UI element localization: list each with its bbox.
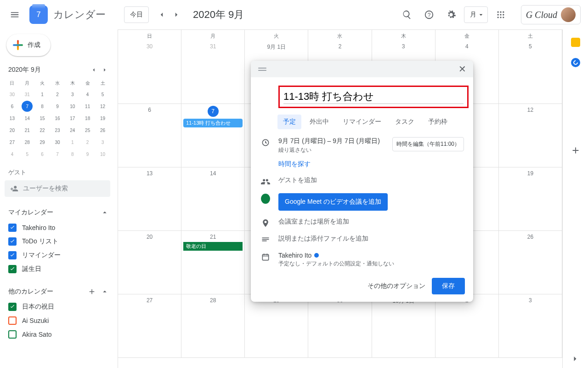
mini-day[interactable]: 29 — [35, 136, 50, 148]
mini-day[interactable]: 26 — [95, 124, 110, 136]
help-icon[interactable]: ? — [420, 6, 438, 24]
mini-day[interactable]: 3 — [65, 88, 80, 100]
find-time-link[interactable]: 時間を探す — [278, 160, 473, 168]
day-cell[interactable]: 19 — [499, 167, 562, 231]
calendar-item[interactable]: Akira Sato — [5, 328, 110, 341]
prev-month-button[interactable] — [154, 7, 169, 22]
calendar-item[interactable]: Takehiro Ito — [5, 221, 110, 235]
event-date-text[interactable]: 9月 7日 (月曜日) – 9月 7日 (月曜日) — [278, 137, 384, 145]
event-repeat-text[interactable]: 繰り返さない — [278, 146, 384, 154]
my-calendars-label[interactable]: マイカレンダー — [8, 208, 53, 217]
mini-day[interactable]: 20 — [5, 124, 20, 136]
mini-day[interactable]: 9 — [80, 148, 95, 160]
mini-day[interactable]: 24 — [65, 124, 80, 136]
day-cell[interactable]: 5 — [499, 40, 562, 104]
mini-day[interactable]: 3 — [95, 136, 110, 148]
calendar-item[interactable]: ToDo リスト — [5, 235, 110, 248]
view-select[interactable]: 月 — [464, 6, 488, 23]
save-button[interactable]: 保存 — [432, 278, 465, 294]
checkbox[interactable] — [8, 316, 17, 325]
user-avatar[interactable] — [561, 7, 576, 22]
add-meet-button[interactable]: Google Meet のビデオ会議を追加 — [278, 193, 388, 211]
mini-day[interactable]: 30 — [5, 88, 20, 100]
mini-day[interactable]: 5 — [95, 88, 110, 100]
mini-day[interactable]: 8 — [35, 100, 50, 112]
add-location-field[interactable]: 会議室または場所を追加 — [278, 218, 349, 226]
day-cell[interactable]: 21敬老の日 — [181, 231, 245, 294]
mini-day[interactable]: 18 — [80, 112, 95, 124]
event-title-input[interactable] — [283, 90, 464, 104]
mini-day[interactable]: 8 — [65, 148, 80, 160]
mini-day[interactable]: 23 — [50, 124, 65, 136]
event-type-tab[interactable]: 外出中 — [304, 115, 334, 129]
mini-day[interactable]: 2 — [80, 136, 95, 148]
calendar-item[interactable]: 日本の祝日 — [5, 300, 110, 314]
drag-handle-icon[interactable] — [258, 68, 266, 71]
event-chip[interactable]: 11-13時 打ち合わせ — [183, 119, 243, 127]
mini-day[interactable]: 10 — [95, 148, 110, 160]
add-guests-field[interactable]: ゲストを追加 — [278, 176, 317, 184]
mini-day[interactable]: 28 — [20, 136, 35, 148]
day-cell[interactable]: 10月 1日 — [372, 294, 435, 358]
checkbox[interactable] — [8, 224, 17, 232]
mini-day[interactable]: 19 — [95, 112, 110, 124]
day-cell[interactable]: 6 — [118, 104, 181, 167]
mini-day[interactable]: 4 — [5, 148, 20, 160]
collapse-other-cals-button[interactable] — [99, 286, 110, 297]
day-cell[interactable]: 30 — [308, 294, 372, 358]
mini-day[interactable]: 6 — [5, 100, 20, 112]
mini-day[interactable]: 21 — [20, 124, 35, 136]
calendar-item[interactable]: リマインダー — [5, 248, 110, 262]
guest-search-input[interactable]: ユーザーを検索 — [5, 180, 110, 197]
collapse-my-cals-button[interactable] — [99, 207, 110, 218]
other-calendars-label[interactable]: 他のカレンダー — [8, 288, 53, 296]
mini-day[interactable]: 12 — [95, 100, 110, 112]
mini-day[interactable]: 30 — [50, 136, 65, 148]
add-panel-button[interactable] — [571, 145, 581, 155]
apps-icon[interactable] — [492, 6, 510, 24]
event-type-tab[interactable]: タスク — [390, 115, 420, 129]
tasks-icon[interactable] — [571, 58, 580, 67]
today-button[interactable]: 今日 — [124, 6, 149, 23]
next-month-button[interactable] — [169, 7, 184, 22]
day-cell[interactable]: 31 — [181, 40, 245, 104]
event-type-tab[interactable]: 予約枠 — [423, 115, 453, 129]
calendar-owner[interactable]: Takehiro Ito — [278, 252, 394, 259]
day-cell[interactable]: 28 — [181, 294, 245, 358]
day-cell[interactable]: 26 — [499, 231, 562, 294]
day-cell[interactable]: 27 — [118, 294, 181, 358]
mini-day[interactable]: 6 — [35, 148, 50, 160]
mini-day[interactable]: 31 — [20, 88, 35, 100]
brand-badge[interactable]: G Cloud — [521, 5, 581, 24]
mini-day[interactable]: 5 — [20, 148, 35, 160]
add-description-field[interactable]: 説明または添付ファイルを追加 — [278, 235, 368, 243]
mini-day[interactable]: 7 — [20, 100, 35, 112]
settings-icon[interactable] — [442, 6, 460, 24]
show-side-panel-button[interactable] — [571, 354, 580, 363]
day-cell[interactable]: 711-13時 打ち合わせ — [181, 104, 245, 167]
create-button[interactable]: 作成 — [6, 34, 51, 56]
mini-day[interactable]: 2 — [50, 88, 65, 100]
mini-day[interactable]: 16 — [50, 112, 65, 124]
event-type-tab[interactable]: リマインダー — [337, 115, 387, 129]
day-cell[interactable]: 3 — [499, 294, 562, 358]
checkbox[interactable] — [8, 251, 17, 259]
day-cell[interactable]: 14 — [181, 167, 245, 231]
day-cell[interactable]: 12 — [499, 104, 562, 167]
close-button[interactable]: ✕ — [456, 63, 469, 75]
search-icon[interactable] — [398, 6, 416, 24]
mini-day[interactable]: 4 — [80, 88, 95, 100]
day-cell[interactable]: 13 — [118, 167, 181, 231]
mini-day[interactable]: 15 — [35, 112, 50, 124]
mini-prev-button[interactable] — [88, 64, 99, 75]
calendar-item[interactable]: Ai Suzuki — [5, 314, 110, 328]
menu-button[interactable] — [4, 4, 26, 26]
mini-day[interactable]: 22 — [35, 124, 50, 136]
event-type-tab[interactable]: 予定 — [277, 115, 301, 129]
checkbox[interactable] — [8, 303, 17, 311]
day-cell[interactable]: 30 — [118, 40, 181, 104]
day-cell[interactable]: 2 — [435, 294, 499, 358]
add-other-cal-button[interactable] — [86, 286, 97, 297]
checkbox[interactable] — [8, 265, 17, 273]
mini-day[interactable]: 25 — [80, 124, 95, 136]
